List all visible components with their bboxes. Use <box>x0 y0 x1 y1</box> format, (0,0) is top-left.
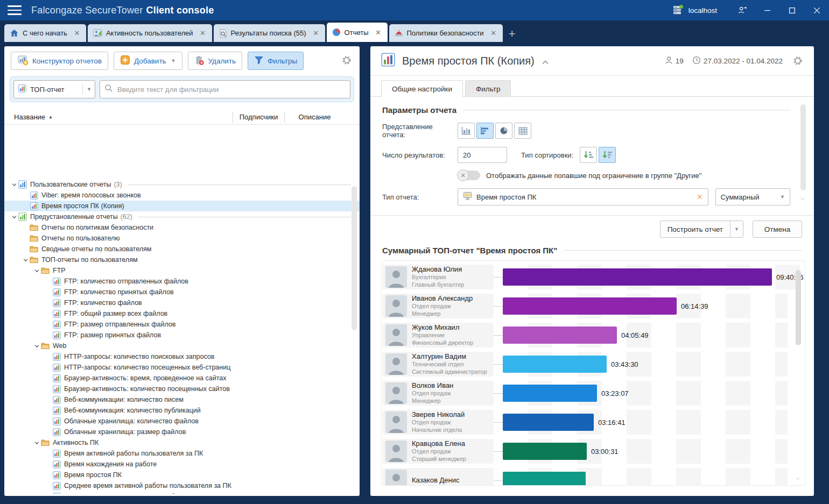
tree-item[interactable]: Время простоя ПК (Копия) <box>4 201 360 211</box>
report-mode-select[interactable]: Суммарный ▼ <box>715 188 790 205</box>
chevron-expanded-icon[interactable] <box>10 182 18 188</box>
app-tab[interactable]: Результаты поиска (55)✕ <box>214 24 325 42</box>
report-tab[interactable]: Общие настройки <box>381 80 463 97</box>
filters-button[interactable]: Фильтры <box>248 52 304 70</box>
maximize-button[interactable] <box>779 0 804 20</box>
new-tab-button[interactable]: + <box>509 28 516 40</box>
results-count-input[interactable] <box>458 147 507 163</box>
hamburger-menu-icon[interactable] <box>8 5 22 15</box>
scroll-down-icon[interactable] <box>800 193 805 202</box>
tree-item[interactable]: Отчеты по пользователю <box>4 233 360 244</box>
value-bar[interactable] <box>503 326 617 344</box>
tree-item[interactable]: Активность ПК <box>4 437 360 448</box>
tree-section[interactable]: Предустановленные отчеты(62) <box>4 211 360 222</box>
tree-item[interactable]: Облачные хранилища: количество файлов <box>4 416 360 427</box>
report-type-filter-select[interactable]: ТОП-отчет ▼ <box>13 80 95 98</box>
tree-item[interactable]: Отчеты по политикам безопасности <box>4 222 360 233</box>
chevron-expanded-icon[interactable] <box>32 343 41 349</box>
tree-item[interactable]: Сводные отчеты по пользователям <box>4 244 360 254</box>
tree-section[interactable]: Пользовательские отчеты(3) <box>4 179 360 190</box>
tree-item[interactable]: Браузер-активность: время, проведенное н… <box>4 373 360 384</box>
chevron-expanded-icon[interactable] <box>21 257 30 263</box>
tree-item[interactable]: HTTP-запросы: количество поисковых запро… <box>4 351 360 362</box>
server-status[interactable]: localhost <box>672 4 717 17</box>
app-tab[interactable]: Политики безопасности✕ <box>389 24 503 42</box>
app-tab[interactable]: Отчеты✕ <box>327 23 388 42</box>
tree-item[interactable]: Время активной работы пользователя за ПК <box>4 448 360 459</box>
tree-item[interactable]: FTP <box>4 265 360 276</box>
tree-item[interactable]: HTTP-запросы: количество посещенных веб-… <box>4 362 360 373</box>
user-card[interactable]: Казаков Денис <box>383 468 494 486</box>
tree-item[interactable]: ТОП-отчеты по пользователям <box>4 254 360 265</box>
close-tab-icon[interactable]: ✕ <box>312 29 320 38</box>
tree-item[interactable]: Облачные хранилища: размер файлов <box>4 427 360 437</box>
delete-button[interactable]: Удалить <box>188 52 243 70</box>
column-description[interactable]: Описание <box>284 112 345 123</box>
clear-report-type-icon[interactable]: ✕ <box>697 193 703 201</box>
user-card[interactable]: Зверев НиколайОтдел продажНачальник отде… <box>383 410 494 435</box>
tree-item[interactable]: Время нахождения на работе <box>4 459 360 470</box>
switch-user-icon[interactable] <box>730 0 755 20</box>
scroll-down-icon[interactable] <box>795 472 800 482</box>
collapse-header-icon[interactable] <box>542 55 549 67</box>
close-tab-icon[interactable]: ✕ <box>73 29 81 38</box>
user-card[interactable]: Иванов АлександрОтдел продажМенеджер <box>383 294 494 318</box>
settings-scrollbar[interactable] <box>800 104 806 190</box>
view-bars-button[interactable] <box>476 123 494 139</box>
chart-scrollbar[interactable] <box>796 270 801 345</box>
tree-item[interactable]: FTP: размер отправленных файлов <box>4 319 360 330</box>
others-toggle[interactable]: ✕ <box>458 171 480 180</box>
close-button[interactable] <box>804 0 829 20</box>
value-bar[interactable] <box>503 385 597 402</box>
tree-item[interactable]: Web <box>4 340 360 351</box>
sort-ascending-button[interactable] <box>580 147 597 163</box>
tree-item[interactable]: Время простоя ПК <box>4 470 360 480</box>
tree-item[interactable]: Веб-коммуникации: количество писем <box>4 394 360 405</box>
close-tab-icon[interactable]: ✕ <box>489 29 498 38</box>
view-pie-button[interactable] <box>495 123 512 139</box>
user-card[interactable]: Кравцова ЕленаОтдел продажСтарший менедж… <box>383 439 494 464</box>
value-bar[interactable] <box>503 268 772 286</box>
chevron-expanded-icon[interactable] <box>32 440 41 446</box>
minimize-button[interactable] <box>755 0 779 20</box>
value-bar[interactable] <box>503 443 587 460</box>
value-bar[interactable] <box>503 356 607 373</box>
report-settings-gear-icon[interactable] <box>792 55 803 66</box>
tree-scrollbar[interactable] <box>352 186 357 330</box>
build-report-dropdown-caret[interactable]: ▼ <box>730 221 743 237</box>
user-card[interactable]: Жданова ЮлияБухгалтерияГлавный бухгалтер <box>383 265 494 289</box>
tree-item[interactable]: FTP: количество файлов <box>4 297 360 308</box>
search-input[interactable] <box>117 86 346 94</box>
sort-descending-button[interactable] <box>599 147 616 163</box>
tree-item[interactable]: FTP: размер принятых файлов <box>4 330 360 340</box>
user-card[interactable]: Жуков МихаилУправлениеФинансовый директо… <box>383 323 494 347</box>
tree-item[interactable]: Среднее время нахождения на работе <box>4 491 360 494</box>
user-card[interactable]: Волков ИванОтдел продажМенеджер <box>383 381 494 406</box>
tree-item[interactable]: Браузер-активность: количество посещенны… <box>4 384 360 394</box>
tree-item[interactable]: FTP: количество отправленных файлов <box>4 276 360 287</box>
report-type-input[interactable]: Время простоя ПК ✕ <box>458 188 708 205</box>
tree-item[interactable]: Viber: время голосовых звонков <box>4 190 360 201</box>
value-bar[interactable] <box>503 472 586 486</box>
report-tab[interactable]: Фильтр <box>465 80 511 97</box>
column-subscribers[interactable]: Подписчики <box>233 112 284 123</box>
view-columns-button[interactable] <box>458 123 475 139</box>
value-bar[interactable] <box>503 297 677 315</box>
chevron-expanded-icon[interactable] <box>10 214 18 220</box>
tree-item[interactable]: FTP: общий размер всех файлов <box>4 308 360 319</box>
report-builder-button[interactable]: Конструктор отчетов <box>11 52 108 70</box>
build-report-split-button[interactable]: Построить отчет ▼ <box>660 221 743 238</box>
add-button[interactable]: Добавить ▼ <box>114 52 182 70</box>
app-tab[interactable]: С чего начать✕ <box>4 24 86 42</box>
app-tab[interactable]: Активность пользователей✕ <box>88 24 212 42</box>
tree-item[interactable]: Веб-коммуникация: количество публикаций <box>4 405 360 416</box>
list-settings-gear-icon[interactable] <box>341 55 352 68</box>
tree-item[interactable]: Среднее время активной работы пользовате… <box>4 480 360 491</box>
close-tab-icon[interactable]: ✕ <box>374 28 383 37</box>
close-tab-icon[interactable]: ✕ <box>199 29 207 38</box>
cancel-button[interactable]: Отмена <box>753 221 802 238</box>
view-table-button[interactable] <box>514 123 531 139</box>
build-report-button[interactable]: Построить отчет <box>661 225 730 233</box>
tree-item[interactable]: FTP: количество принятых файлов <box>4 287 360 297</box>
chevron-expanded-icon[interactable] <box>32 268 41 274</box>
